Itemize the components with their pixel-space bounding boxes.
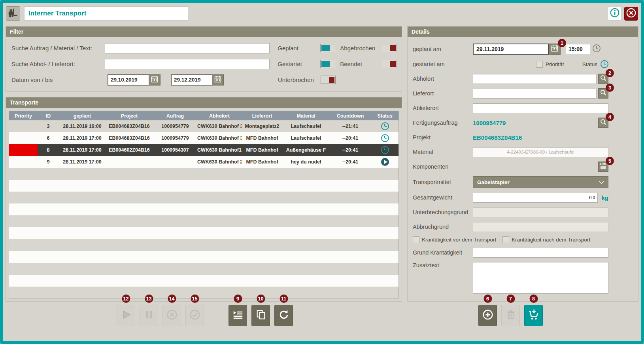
geplant-time-input[interactable] — [566, 44, 590, 54]
finish-transport-button[interactable]: 15 — [185, 305, 204, 326]
column-header-abholort: Abholort — [197, 111, 242, 120]
projekt-value: EB004683Z04B16 — [473, 134, 522, 141]
id-cell: 3 — [38, 120, 59, 132]
zusatztext-textarea[interactable] — [473, 262, 608, 294]
details-list-button[interactable]: 9 — [229, 305, 247, 326]
annotation-badge: 11 — [280, 295, 288, 303]
kran-vor-checkbox[interactable] — [413, 236, 419, 243]
id-cell: 9 — [38, 156, 59, 168]
abgebrochen-toggle[interactable] — [382, 44, 397, 52]
date-to-calendar-button[interactable] — [212, 74, 224, 86]
date-from-calendar-button[interactable] — [149, 74, 161, 86]
table-row[interactable]: 928.11.2019 17:00CWK630 Bahnhof 2MFD Bah… — [9, 156, 398, 168]
lieferort-cell: Montageplatz2 — [242, 120, 283, 132]
pause-transport-button[interactable]: 13 — [140, 305, 158, 326]
cart-download-icon — [527, 308, 540, 323]
id-cell: 6 — [38, 132, 59, 144]
details-panel-header: Details — [408, 27, 638, 37]
history-status-icon — [601, 60, 608, 68]
add-transport-button[interactable]: 6 — [478, 305, 497, 326]
gestartet-am-label: gestartet am — [413, 61, 473, 67]
titlebar: Interner Transport — [6, 5, 638, 22]
time-picker-button[interactable] — [592, 44, 601, 55]
abbruchgrund-label: Abbruchgrund — [413, 224, 473, 230]
dispatch-cart-button[interactable]: 8 — [524, 305, 543, 326]
date-to-input[interactable] — [171, 74, 212, 86]
search-location-input[interactable] — [105, 59, 270, 69]
close-button[interactable] — [624, 7, 638, 21]
countdown-cell: --20:41 — [329, 132, 371, 144]
material-cell: Laufschaufel — [283, 132, 329, 144]
annotation-badge: 6 — [483, 295, 492, 303]
project-cell: EB004602Z04B16 — [106, 144, 153, 156]
column-header-lieferort: Lieferort — [242, 111, 283, 120]
abholort-input[interactable] — [473, 74, 597, 84]
ablieferort-label: Ablieferort — [413, 105, 473, 111]
lieferort-search-button[interactable]: 3 — [598, 88, 608, 99]
search-order-input[interactable] — [105, 43, 270, 53]
calendar-icon — [151, 75, 159, 85]
geplant-toggle[interactable] — [320, 44, 335, 52]
history-status-icon[interactable] — [381, 122, 389, 130]
main-area: Filter Suche Auftrag / Material / Text: … — [3, 24, 641, 326]
transport-table: PriorityIDgeplantProjectAuftragAbholortL… — [9, 111, 399, 298]
gestartet-toggle[interactable] — [320, 60, 335, 68]
toggle-beendet-label: Beendet — [340, 61, 382, 67]
copy-icon — [255, 309, 266, 322]
table-row[interactable]: 628.11.2019 17:00EB004683Z04B16100095477… — [9, 132, 398, 144]
material-label: Material — [413, 149, 473, 155]
unterbrochen-toggle[interactable] — [321, 76, 336, 84]
auftrag-cell — [153, 156, 197, 168]
countdown-cell: --20:41 — [329, 144, 371, 156]
komponenten-list-button[interactable]: 5 — [598, 162, 608, 172]
table-row-empty — [9, 227, 398, 239]
table-row-empty — [9, 251, 398, 263]
fertigungsauftrag-value: 1000954779 — [473, 120, 506, 126]
fertigungsauftrag-search-button[interactable]: 4 — [598, 118, 608, 128]
grund-krantaetigkeit-input[interactable] — [473, 248, 608, 258]
toggle-abgebrochen-label: Abgebrochen — [340, 45, 382, 51]
cancel-transport-button[interactable]: 14 — [162, 305, 181, 326]
table-row-empty — [9, 215, 398, 227]
gesamtgewicht-input[interactable] — [473, 193, 598, 203]
app-window: Interner Transport — [0, 0, 644, 344]
annotation-badge: 7 — [506, 295, 515, 303]
transportmittel-select[interactable]: Gabelstapler — [473, 176, 608, 188]
lieferort-cell: MFD Bahnhof — [242, 132, 283, 144]
gesamtgewicht-label: Gesamtgewicht — [413, 194, 473, 201]
refresh-button[interactable]: 11 — [274, 305, 293, 326]
check-icon — [189, 309, 201, 322]
forklift-icon — [7, 7, 19, 20]
info-button[interactable] — [608, 7, 621, 21]
date-from-input[interactable] — [108, 74, 149, 86]
prioritaet-label: Priorität — [546, 61, 564, 67]
beendet-toggle[interactable] — [382, 60, 397, 68]
prioritaet-checkbox[interactable] — [536, 61, 543, 68]
details-toolbar: 6 7 — [478, 305, 638, 326]
column-header-id: ID — [38, 111, 59, 120]
column-header-project: Project — [106, 111, 153, 120]
geplant-date-calendar-button[interactable]: 1 — [549, 44, 561, 55]
geplant-cell: 28.11.2019 16:00 — [59, 120, 106, 132]
table-row[interactable]: 828.11.2019 17:00EB004602Z04B16100095430… — [9, 144, 398, 156]
kran-nach-checkbox[interactable] — [502, 236, 509, 243]
table-row-empty — [9, 287, 398, 298]
history-status-icon[interactable] — [381, 134, 389, 142]
id-cell: 8 — [38, 144, 59, 156]
table-row[interactable]: 328.11.2019 16:00EB004683Z04B16100095477… — [9, 120, 398, 132]
lieferort-input[interactable] — [473, 89, 597, 99]
abholort-search-button[interactable]: 2 — [598, 74, 608, 84]
start-transport-button[interactable]: 12 — [117, 305, 135, 326]
copy-transport-button[interactable]: 10 — [251, 305, 270, 326]
status-label: Status — [582, 61, 597, 67]
play-status-icon[interactable] — [381, 158, 389, 166]
project-cell: EB004683Z04B16 — [106, 132, 153, 144]
transport-table-header-row: PriorityIDgeplantProjectAuftragAbholortL… — [9, 111, 398, 120]
ablieferort-input[interactable] — [473, 103, 608, 113]
project-cell: EB004683Z04B16 — [106, 120, 153, 132]
history-status-icon[interactable] — [381, 146, 389, 154]
toggle-unterbrochen-label: Unterbrochen — [278, 76, 321, 83]
grund-krantaetigkeit-label: Grund Krantätigkeit — [413, 249, 473, 256]
geplant-date-input[interactable] — [473, 44, 549, 55]
delete-transport-button[interactable]: 7 — [501, 305, 520, 326]
